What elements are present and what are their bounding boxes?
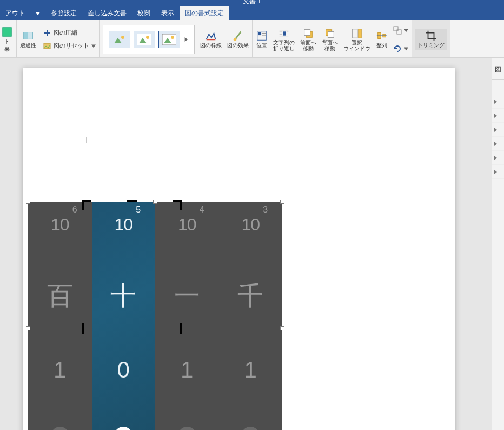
- svg-rect-35: [394, 27, 398, 31]
- ribbon: ト 果 透過性 図の圧縮 図のリセット: [0, 20, 504, 58]
- ribbon-group-effects: ト 果: [0, 20, 17, 57]
- chevron-right-icon: [494, 100, 497, 104]
- compress-reset-stack: 図の圧縮 図のリセット: [43, 27, 96, 52]
- artistic-effects-icon: [1, 26, 13, 38]
- chevron-right-icon: [494, 156, 497, 160]
- selection-pane-button[interactable]: 選択 ウインドウ: [343, 28, 370, 51]
- picture-effects-icon: [232, 30, 244, 42]
- ribbon-group-arrange: 位置 文字列の 折り返し 前面へ 移動 背面へ 移動 選択 ウインドウ 整列: [253, 20, 412, 57]
- image-column: 103 千 1 4: [219, 202, 283, 430]
- compress-icon: [43, 29, 51, 37]
- chevron-down-icon: [404, 28, 408, 32]
- ribbon-group-size: トリミング: [412, 20, 450, 57]
- chevron-down-icon: [404, 47, 408, 51]
- chevron-right-icon: [494, 170, 497, 174]
- group-button[interactable]: [393, 24, 408, 36]
- reset-picture-icon: [43, 42, 51, 50]
- align-icon: [376, 30, 388, 42]
- power-label: 103: [241, 215, 260, 235]
- tab-picture-format[interactable]: 図の書式設定: [180, 6, 229, 20]
- send-backward-button[interactable]: 背面へ 移動: [322, 28, 338, 51]
- svg-point-10: [146, 36, 149, 39]
- chevron-right-icon: [183, 37, 189, 42]
- svg-point-15: [234, 38, 237, 41]
- crop-handle[interactable]: [82, 323, 84, 334]
- reset-picture-button[interactable]: 図のリセット: [43, 40, 96, 52]
- chevron-down-icon: [91, 44, 96, 48]
- pane-section[interactable]: [492, 165, 504, 179]
- group-rotate-stack: [393, 24, 408, 55]
- ribbon-group-styles: 図の枠線 図の効果: [100, 20, 253, 57]
- align-button[interactable]: 整列: [376, 30, 388, 49]
- index-badge: 4: [241, 427, 260, 430]
- transparency-button[interactable]: 透過性: [20, 30, 36, 49]
- picture-effects-button[interactable]: 図の効果: [227, 30, 249, 49]
- tab-review[interactable]: 校閲: [132, 6, 156, 20]
- chevron-right-icon: [494, 142, 497, 146]
- tab-view[interactable]: 表示: [156, 6, 180, 20]
- tab-mailings[interactable]: 差し込み文書: [82, 6, 132, 20]
- chevron-right-icon: [494, 114, 497, 118]
- svg-rect-27: [304, 29, 310, 35]
- resize-handle[interactable]: [26, 326, 30, 330]
- bring-forward-button[interactable]: 前面へ 移動: [300, 28, 316, 51]
- compress-pictures-button[interactable]: 図の圧縮: [43, 27, 96, 39]
- pane-section[interactable]: [492, 95, 504, 109]
- digit-label: 1: [244, 357, 257, 383]
- power-label: 106: [51, 215, 69, 235]
- artistic-effects-button[interactable]: ト 果: [1, 26, 13, 53]
- kanji-label: 百: [47, 279, 73, 313]
- resize-handle[interactable]: [280, 200, 284, 204]
- crop-frame[interactable]: [83, 202, 181, 430]
- crop-icon: [425, 30, 437, 42]
- picture-style-thumb[interactable]: [158, 31, 180, 48]
- rotate-icon: [393, 44, 402, 53]
- selection-pane-icon: [351, 28, 363, 39]
- pane-section[interactable]: [492, 151, 504, 165]
- picture-style-thumb[interactable]: [134, 31, 155, 48]
- picture-border-button[interactable]: 図の枠線: [200, 30, 222, 49]
- text-wrap-button[interactable]: 文字列の 折り返し: [273, 28, 295, 51]
- selected-image[interactable]: 106 百 1 7 105 十 0 6 104 一 1 5 103 千 1: [28, 202, 282, 430]
- resize-handle[interactable]: [280, 326, 284, 330]
- image-column: 106 百 1 7: [28, 202, 92, 430]
- chevron-right-icon: [494, 128, 497, 132]
- svg-rect-29: [328, 31, 334, 37]
- svg-point-7: [121, 36, 124, 39]
- svg-rect-0: [3, 27, 12, 36]
- svg-rect-22: [283, 31, 286, 35]
- crop-button[interactable]: トリミング: [415, 29, 447, 50]
- crop-handle[interactable]: [82, 200, 84, 210]
- rotate-button[interactable]: [393, 43, 408, 55]
- format-picture-pane: 図: [492, 58, 504, 430]
- picture-style-thumb[interactable]: [109, 31, 130, 48]
- pane-section[interactable]: [492, 123, 504, 137]
- gallery-more-button[interactable]: [183, 37, 189, 42]
- send-backward-icon: [324, 28, 336, 39]
- tab-references[interactable]: 参照設定: [45, 6, 82, 20]
- resize-handle[interactable]: [26, 200, 30, 204]
- svg-rect-3: [46, 32, 48, 34]
- position-button[interactable]: 位置: [256, 30, 268, 49]
- crop-handle[interactable]: [127, 200, 137, 202]
- ribbon-tabs: アウト 参照設定 差し込み文書 校閲 表示 図の書式設定: [0, 6, 504, 20]
- margin-marker: [80, 137, 87, 143]
- svg-point-13: [171, 36, 174, 39]
- pane-section[interactable]: [492, 137, 504, 151]
- crop-handle[interactable]: [180, 323, 182, 334]
- bring-forward-icon: [302, 28, 314, 39]
- document-canvas[interactable]: 106 百 1 7 105 十 0 6 104 一 1 5 103 千 1: [0, 58, 492, 430]
- crop-handle[interactable]: [180, 200, 182, 210]
- picture-styles-gallery[interactable]: [103, 25, 195, 54]
- svg-rect-17: [258, 32, 262, 35]
- tab-dropdown-icon[interactable]: [30, 11, 45, 16]
- index-badge: 7: [51, 427, 69, 430]
- kanji-label: 千: [237, 279, 263, 313]
- tab-layout[interactable]: アウト: [0, 6, 30, 20]
- document-title: 文書 1: [243, 0, 261, 6]
- group-icon: [393, 26, 402, 35]
- pane-section[interactable]: [492, 109, 504, 123]
- margin-marker: [395, 137, 401, 143]
- position-icon: [256, 30, 268, 42]
- pane-title: 図: [492, 58, 504, 80]
